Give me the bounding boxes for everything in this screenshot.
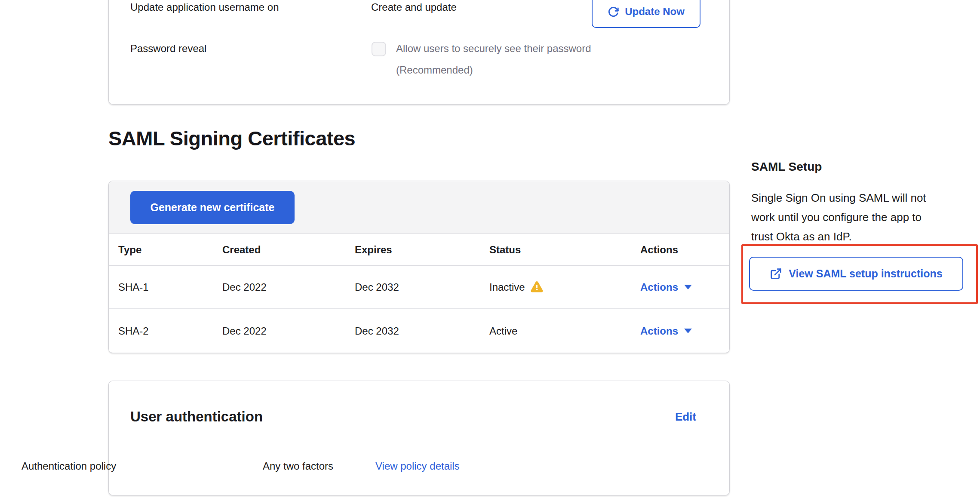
page: Update application username on Create an…: [0, 0, 980, 498]
username-update-label: Update application username on: [130, 1, 279, 13]
certificates-table-header: Type Created Expires Status Actions: [109, 234, 729, 266]
saml-setup-description-line: Single Sign On using SAML will not: [751, 188, 926, 208]
app-settings-card: Update application username on Create an…: [108, 0, 730, 105]
table-row: SHA-1 Dec 2022 Dec 2032 Inactive Actions: [109, 266, 729, 309]
certificates-toolbar: Generate new certificate: [109, 181, 729, 234]
saml-setup-description-line: work until you configure the app to: [751, 208, 926, 227]
saml-setup-heading: SAML Setup: [751, 160, 822, 174]
password-reveal-recommended-text: (Recommended): [396, 64, 473, 76]
saml-certificates-card: Generate new certificate Type Created Ex…: [108, 181, 730, 353]
page-title: SAML Signing Certificates: [108, 126, 355, 150]
user-authentication-title: User authentication: [130, 409, 263, 425]
cert-expires: Dec 2032: [355, 325, 489, 337]
actions-label: Actions: [640, 325, 678, 337]
user-authentication-card: User authentication Edit: [108, 381, 730, 495]
update-now-label: Update Now: [625, 6, 685, 18]
password-reveal-checkbox[interactable]: [372, 42, 386, 56]
authentication-policy-value: Any two factors: [263, 460, 333, 472]
username-update-value: Create and update: [371, 1, 457, 13]
chevron-down-icon: [684, 329, 692, 333]
cert-expires: Dec 2032: [355, 281, 489, 293]
generate-certificate-button[interactable]: Generate new certificate: [130, 191, 295, 224]
column-header-type: Type: [118, 244, 222, 256]
actions-label: Actions: [640, 281, 678, 293]
view-saml-setup-instructions-label: View SAML setup instructions: [789, 267, 942, 280]
refresh-icon: [608, 6, 619, 18]
update-now-button[interactable]: Update Now: [592, 0, 700, 28]
chevron-down-icon: [684, 285, 692, 289]
column-header-actions: Actions: [640, 244, 729, 256]
authentication-policy-label: Authentication policy: [22, 460, 116, 472]
status-badge: Inactive: [489, 281, 525, 293]
column-header-created: Created: [222, 244, 355, 256]
column-header-status: Status: [489, 244, 640, 256]
view-policy-details-link[interactable]: View policy details: [375, 460, 460, 472]
view-saml-setup-instructions-button[interactable]: View SAML setup instructions: [749, 257, 963, 291]
password-reveal-label: Password reveal: [130, 43, 206, 55]
edit-link[interactable]: Edit: [675, 410, 696, 424]
status-badge: Active: [489, 325, 517, 337]
cert-type: SHA-2: [118, 325, 222, 337]
cert-created: Dec 2022: [222, 325, 355, 337]
annotation-highlight: View SAML setup instructions: [741, 244, 978, 304]
cert-created: Dec 2022: [222, 281, 355, 293]
saml-setup-description-line: trust Okta as an IdP.: [751, 227, 926, 246]
column-header-expires: Expires: [355, 244, 489, 256]
actions-dropdown-button[interactable]: Actions: [640, 325, 729, 337]
password-reveal-checkbox-text: Allow users to securely see their passwo…: [396, 43, 591, 55]
external-link-icon: [770, 267, 782, 280]
cert-type: SHA-1: [118, 281, 222, 293]
saml-setup-description: Single Sign On using SAML will not work …: [751, 188, 926, 246]
actions-dropdown-button[interactable]: Actions: [640, 281, 729, 293]
table-row: SHA-2 Dec 2022 Dec 2032 Active Actions: [109, 309, 729, 353]
warning-icon: [530, 280, 544, 294]
